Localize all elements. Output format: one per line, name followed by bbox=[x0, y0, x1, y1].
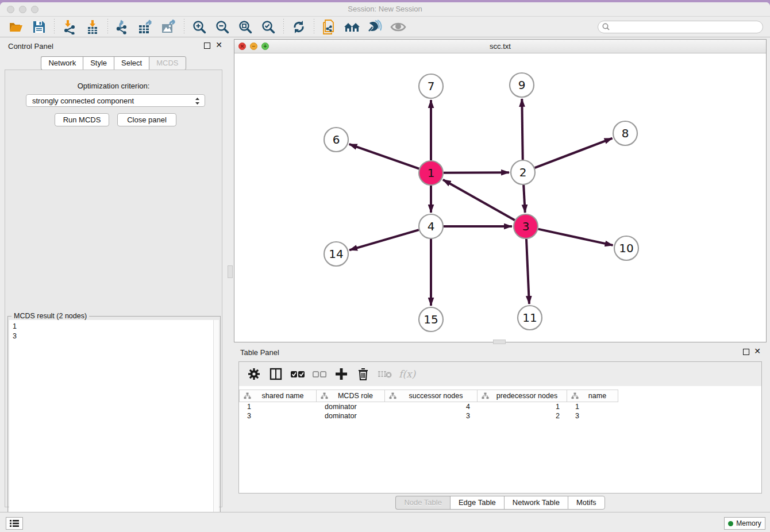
status-bar: Memory bbox=[0, 512, 770, 532]
edge-3-10[interactable] bbox=[538, 229, 613, 245]
function-icon[interactable]: f(x) bbox=[399, 368, 415, 380]
graph-node-9[interactable]: 9 bbox=[510, 73, 534, 97]
first-neighbors-icon[interactable] bbox=[344, 19, 361, 35]
close-panel-button[interactable]: Close panel bbox=[117, 113, 176, 126]
main-titlebar: Session: New Session bbox=[0, 2, 770, 17]
column-header-predecessor-nodes[interactable]: predecessor nodes bbox=[478, 390, 567, 402]
edge-4-14[interactable] bbox=[349, 230, 419, 250]
graph-node-10[interactable]: 10 bbox=[614, 236, 638, 260]
trash-icon[interactable] bbox=[355, 366, 371, 382]
tab-node-table[interactable]: Node Table bbox=[395, 496, 450, 510]
svg-text:15: 15 bbox=[424, 313, 438, 326]
export-image-icon[interactable] bbox=[160, 19, 178, 35]
table-rows: 1dominator4113dominator323 bbox=[240, 403, 761, 421]
edge-2-9[interactable] bbox=[522, 99, 522, 160]
table-toolbar: f(x) bbox=[239, 362, 761, 386]
svg-text:1: 1 bbox=[428, 166, 435, 180]
memory-button[interactable]: Memory bbox=[724, 517, 765, 530]
select-all-icon[interactable] bbox=[290, 366, 306, 382]
graph-node-6[interactable]: 6 bbox=[324, 128, 348, 152]
zoom-fit-icon[interactable] bbox=[237, 19, 254, 35]
zoom-out-icon[interactable] bbox=[214, 19, 231, 35]
edge-2-3[interactable] bbox=[523, 185, 525, 213]
column-header-shared-name[interactable]: shared name bbox=[239, 390, 317, 402]
tab-edge-table[interactable]: Edge Table bbox=[450, 496, 504, 510]
run-mcds-button[interactable]: Run MCDS bbox=[55, 113, 109, 126]
tab-network-table[interactable]: Network Table bbox=[504, 496, 568, 510]
criterion-select[interactable]: strongly connected component bbox=[26, 94, 205, 107]
graph-node-11[interactable]: 11 bbox=[518, 306, 542, 330]
graph-node-1[interactable]: 1 bbox=[419, 161, 443, 185]
window-title: Session: New Session bbox=[0, 5, 770, 13]
duplicate-network-icon[interactable] bbox=[321, 19, 338, 35]
app-window: Session: New Session bbox=[0, 2, 770, 532]
column-split-icon[interactable] bbox=[268, 366, 284, 382]
tab-network[interactable]: Network bbox=[41, 56, 83, 70]
tab-motifs[interactable]: Motifs bbox=[568, 496, 605, 510]
tab-style[interactable]: Style bbox=[83, 56, 114, 70]
table-panel: Table Panel ✕ bbox=[234, 344, 767, 512]
float-panel-icon[interactable] bbox=[743, 349, 749, 355]
close-panel-icon[interactable]: ✕ bbox=[215, 40, 222, 49]
deselect-all-icon[interactable] bbox=[311, 366, 328, 382]
table-cell: 3 bbox=[568, 412, 619, 421]
svg-text:4: 4 bbox=[428, 219, 435, 233]
memory-label: Memory bbox=[736, 519, 761, 527]
edge-1-2[interactable] bbox=[444, 172, 509, 173]
refresh-layout-icon[interactable] bbox=[290, 19, 307, 35]
column-header-MCDS-role[interactable]: MCDS role bbox=[317, 390, 385, 402]
float-panel-icon[interactable] bbox=[204, 43, 210, 49]
svg-text:2: 2 bbox=[519, 165, 527, 179]
zoom-in-icon[interactable] bbox=[191, 19, 208, 35]
node-table-container: f(x) shared nameMCDS rolesuccessor nodes… bbox=[238, 361, 762, 494]
mcds-result-text[interactable]: 1 3 bbox=[9, 320, 213, 531]
edge-3-11[interactable] bbox=[526, 239, 529, 304]
svg-text:3: 3 bbox=[522, 219, 530, 233]
export-network-icon[interactable] bbox=[114, 19, 132, 35]
gear-icon[interactable] bbox=[246, 366, 262, 382]
table-row[interactable]: 1dominator411 bbox=[240, 403, 761, 412]
save-session-icon[interactable] bbox=[30, 19, 48, 35]
table-cell: 3 bbox=[386, 412, 478, 421]
show-hide-icon[interactable] bbox=[390, 19, 407, 35]
delete-column-icon[interactable] bbox=[377, 366, 393, 382]
horizontal-splitter-handle[interactable] bbox=[493, 340, 506, 344]
graph-node-15[interactable]: 15 bbox=[419, 307, 443, 331]
close-panel-icon[interactable]: ✕ bbox=[754, 346, 761, 356]
import-network-icon[interactable] bbox=[61, 19, 78, 35]
open-session-icon[interactable] bbox=[7, 19, 25, 35]
graph-node-3[interactable]: 3 bbox=[514, 214, 538, 238]
add-icon[interactable] bbox=[333, 366, 349, 382]
network-titlebar[interactable]: ✕ − + scc.txt bbox=[234, 40, 766, 53]
vertical-splitter-handle[interactable] bbox=[228, 265, 233, 278]
table-cell: 1 bbox=[478, 403, 568, 412]
control-panel: Control Panel ✕ NetworkStyleSelectMCDS O… bbox=[0, 37, 227, 512]
network-graph[interactable]: 7968124314101511 bbox=[234, 53, 766, 342]
result-scrollbar[interactable] bbox=[213, 320, 219, 531]
table-tabs: Node TableEdge TableNetwork TableMotifs bbox=[234, 496, 767, 510]
tab-mcds[interactable]: MCDS bbox=[149, 56, 186, 70]
tab-select[interactable]: Select bbox=[114, 56, 149, 70]
graph-node-7[interactable]: 7 bbox=[419, 74, 443, 98]
export-table-icon[interactable] bbox=[137, 19, 155, 35]
graph-node-2[interactable]: 2 bbox=[511, 160, 535, 184]
edge-3-1[interactable] bbox=[443, 180, 515, 220]
search-input[interactable] bbox=[611, 22, 763, 32]
table-row[interactable]: 3dominator323 bbox=[240, 412, 761, 421]
graph-node-14[interactable]: 14 bbox=[324, 242, 348, 266]
edge-1-6[interactable] bbox=[349, 144, 419, 169]
column-header-name[interactable]: name bbox=[567, 390, 618, 402]
task-history-button[interactable] bbox=[6, 517, 23, 530]
zoom-selected-icon[interactable] bbox=[260, 19, 277, 35]
svg-text:10: 10 bbox=[619, 241, 633, 255]
graph-node-4[interactable]: 4 bbox=[419, 214, 443, 238]
network-title: scc.txt bbox=[234, 42, 766, 51]
apply-style-icon[interactable] bbox=[367, 19, 384, 35]
search-field[interactable] bbox=[598, 21, 763, 33]
svg-text:11: 11 bbox=[522, 311, 537, 325]
criterion-value: strongly connected component bbox=[32, 97, 134, 105]
column-header-successor-nodes[interactable]: successor nodes bbox=[385, 390, 478, 402]
edge-2-8[interactable] bbox=[535, 138, 613, 168]
graph-node-8[interactable]: 8 bbox=[613, 121, 637, 145]
import-table-icon[interactable] bbox=[84, 19, 101, 35]
